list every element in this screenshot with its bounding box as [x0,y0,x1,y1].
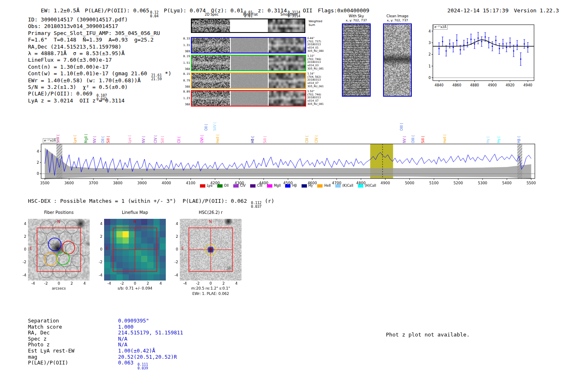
weight-value: 368 [182,103,190,106]
hsc-xtick: 4 [232,281,242,285]
match-row-value: N/A [118,336,128,342]
legend-label: CIII [257,184,262,188]
fiber-north-label: N [57,220,60,224]
weight-value: 0.79 [182,79,190,82]
fiber-smoothed-image [269,73,305,88]
clean-image-frame [383,23,412,97]
info-line-ewr: EWr = 1.40(±0.58) (w: 1.70(±0.68))Å [28,77,172,84]
weighted-sum-line2: Sum [309,23,322,27]
value-text: 0.063 [118,360,137,366]
legend-swatch [302,184,307,188]
full-spectrum-plot: 3500360037003800390040004100420043004400… [36,142,540,188]
match-row-value: N/A [118,341,128,348]
weight-value: 0.19 [182,55,190,58]
fiber-xtick: 0 [54,281,64,285]
hsc-dex-uncertainty: 0.1120.037 [251,201,262,209]
hsc-xtick: -4 [180,281,190,285]
lineflux-xtick: -2 [117,281,127,285]
zoom-spectrum-plot: 48404860488049004920494001234 [424,20,537,92]
emission-line-label: OIII ( [400,123,404,131]
spec2d-row: 0.091.233681.50"(702, 746)20180313v014_0… [182,90,324,107]
emission-line-label: SiIV ( [214,122,217,131]
fiber-weights: 0.191.51368 [182,55,191,71]
weighted-2d-image [192,19,230,32]
legend-item: OII [217,184,229,188]
spec2d-col-header-2dspec: 2D Spec [192,13,232,16]
fiber-xtick: -4 [28,281,38,285]
with-sky-image [343,24,370,96]
fiber-xtick: 4 [80,281,90,285]
fiber-weights: 0.091.23368 [182,90,191,107]
match-row-label: RA, Dec [28,329,50,336]
fiber-2d-image [192,56,230,70]
spectrum-legend: LyαOIICIVCIIIMgIIHβHγHeII(K)CaII(H)CaII [36,184,540,188]
hsc-ytick: 0 [168,247,178,251]
lineflux-xtick: 0 [130,281,140,285]
weight-value: 1.31 [182,44,190,47]
lineflux-east-label: E [106,246,108,251]
svg-text:4: 4 [37,149,39,153]
weight-value: 0.33 [182,37,190,40]
fiber-info-line: 305_RU_080 [307,50,324,53]
fiber-xtick: 2 [67,281,77,285]
svg-text:4: 4 [429,29,431,33]
fiber-positions-title: Fiber Positions [28,210,90,215]
info-line-plae: P(LAE)/P(OII): 0.069 0.1070.042 [28,90,172,97]
match-row-label: Separation [28,318,59,324]
report-version: Version 1.22.3 [514,7,559,14]
legend-swatch [250,184,255,188]
lineflux-ytick: -4 [93,273,102,277]
spec2d-row: 0.331.313690.46"(702, 737)20180313v014_0… [182,37,324,53]
match-row-label: Spec z [28,336,46,342]
legend-swatch [335,184,341,188]
hsc-ytick: -2 [168,260,178,264]
hsc-ytick: -4 [168,273,178,277]
photz-note: Phot z plot not available. [386,332,470,338]
info-line: λ = 4888.71Å σ = 8.53(±3.95)Å [28,50,172,57]
value-uncertainty: 0.1110.039 [137,363,148,370]
legend-label: HeII [324,184,331,188]
lineflux-ytick: 0 [93,247,102,251]
detection-info: ID: 3090014517 (3090014517.pdf)Obs: 2018… [28,16,172,104]
plae-value: P(LAE)/P(OII): 0.065 [85,7,149,14]
emission-line-label: SiIV ( [57,135,60,143]
report-meta: 2024-12-14 15:17:39Version 1.22.3 [434,1,559,21]
svg-text:4900: 4900 [488,83,497,87]
fiber-pixelflat-image [231,56,268,70]
hsc-caption-2: EWr: 1. PLAE: 0.062 [180,292,242,296]
spec2d-fiber-rows: 0.331.313690.46"(702, 737)20180313v014_0… [182,37,324,108]
fiber-2d-image [192,91,230,106]
fiber-positions-overlay [28,219,90,281]
fiber-info-line: 305_RU_081 [307,67,324,71]
with-sky-title: With Sky [342,14,371,18]
legend-item: MgII [267,184,281,188]
clean-image [384,24,411,96]
fiber-smoothed-image [269,38,305,53]
fiber-strip [191,90,306,107]
weighted-smoothed-image [268,19,304,32]
pixelflat-blank [230,19,268,32]
spec2d-col-header-smoothed: Smoothed [271,13,307,16]
hsc-dex-filter: (r) [262,198,274,204]
weighted-sum-line1: Weighted [309,20,322,23]
lineflux-xtick: -4 [105,281,114,285]
text-segment: P(LAE)/P(OII): 0.069 [28,90,95,97]
legend-label: Hβ [292,184,297,188]
fiber-2d-image [192,38,230,53]
legend-swatch [233,184,239,188]
svg-text:4920: 4920 [506,83,515,87]
info-line: Obs: 20180313v014_3090014517 [28,23,172,30]
lineflux-ytick: 4 [93,222,102,226]
legend-swatch [358,184,363,188]
weight-value: 1.51 [182,62,190,65]
clean-image-xy: x, y: 702, 737 [383,19,412,22]
legend-item: (H)CaII [358,184,376,188]
weight-value: 369 [182,50,190,53]
svg-text:4840: 4840 [434,83,444,87]
text-segment: *) [162,70,171,77]
fiber-info: 1.16"(704, 562)20180313v014_07305_RU_061 [306,72,324,89]
flags-value: Flags:0x00400009 [318,7,369,14]
fiber-2d-image [192,73,230,88]
ew-value: EW: 1.2±0.5Å [41,7,79,14]
svg-text:4860: 4860 [452,83,461,87]
